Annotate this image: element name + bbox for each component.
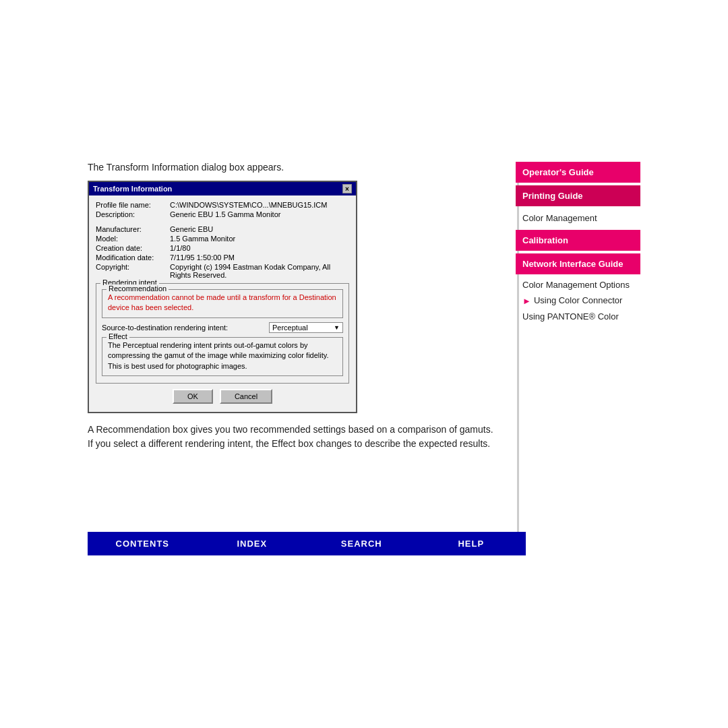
model-label: Model:: [96, 235, 170, 243]
dialog-close-button[interactable]: ×: [342, 184, 352, 193]
profile-filename-value: C:\WINDOWS\SYSTEM\CO...\MNEBUG15.ICM: [170, 201, 327, 209]
description-row: Description: Generic EBU 1.5 Gamma Monit…: [96, 210, 349, 218]
bottom-navigation-bar: Contents Index Search Help: [88, 532, 526, 555]
sidebar-subitem-color-management-options[interactable]: Color Management Options: [516, 277, 640, 293]
page-container: The Transform Information dialog box app…: [0, 0, 728, 728]
manufacturer-row: Manufacturer: Generic EBU: [96, 225, 349, 233]
effect-text: The Perceptual rendering intent prints o…: [108, 340, 337, 371]
recommendation-text: A recommendation cannot be made until a …: [108, 293, 337, 313]
main-content: The Transform Information dialog box app…: [88, 162, 499, 451]
sidebar-item-calibration[interactable]: Calibration: [516, 230, 640, 251]
modification-date-label: Modification date:: [96, 253, 170, 262]
help-button[interactable]: Help: [417, 532, 526, 555]
calibration-label[interactable]: Calibration: [516, 230, 640, 251]
sidebar-item-printing-guide[interactable]: Printing Guide: [516, 185, 640, 206]
modification-date-row: Modification date: 7/11/95 1:50:00 PM: [96, 253, 349, 262]
recommendation-label: Recommendation: [107, 284, 169, 293]
dialog-titlebar: Transform Information ×: [89, 182, 356, 195]
copyright-label: Copyright:: [96, 263, 170, 279]
model-value: 1.5 Gamma Monitor: [170, 235, 235, 243]
using-pantone-color-label: Using PANTONE® Color: [522, 311, 619, 322]
dialog-buttons: OK Cancel: [96, 389, 349, 406]
rendering-intent-row: Source-to-destination rendering intent: …: [102, 322, 343, 333]
search-button[interactable]: Search: [307, 532, 417, 555]
arrow-icon-using-color-connector: ►: [522, 296, 531, 306]
dialog-body: Profile file name: C:\WINDOWS\SYSTEM\CO.…: [89, 195, 356, 412]
ok-button[interactable]: OK: [173, 389, 213, 404]
color-management-label[interactable]: Color Management: [516, 209, 640, 227]
creation-date-row: Creation date: 1/1/80: [96, 244, 349, 252]
profile-filename-row: Profile file name: C:\WINDOWS\SYSTEM\CO.…: [96, 201, 349, 209]
modification-date-value: 7/11/95 1:50:00 PM: [170, 253, 235, 262]
sidebar-item-operators-guide[interactable]: Operator's Guide: [516, 162, 640, 183]
rendering-intent-group: Rendering intent Recommendation A recomm…: [96, 283, 349, 384]
rendering-intent-selected-value: Perceptual: [272, 324, 308, 332]
bottom-paragraph: A Recommendation box gives you two recom…: [88, 423, 499, 451]
sidebar-item-color-management[interactable]: Color Management: [516, 209, 640, 227]
sidebar-subitem-using-color-connector[interactable]: ► Using Color Connector: [516, 293, 640, 309]
creation-date-value: 1/1/80: [170, 244, 191, 252]
creation-date-label: Creation date:: [96, 244, 170, 252]
effect-group-label: Effect: [107, 332, 129, 340]
using-color-connector-label: Using Color Connector: [534, 295, 623, 305]
rendering-intent-dropdown[interactable]: Perceptual ▼: [269, 322, 343, 333]
intro-text: The Transform Information dialog box app…: [88, 162, 499, 173]
copyright-row: Copyright: Copyright (c) 1994 Eastman Ko…: [96, 263, 349, 279]
manufacturer-value: Generic EBU: [170, 225, 213, 233]
operators-guide-label[interactable]: Operator's Guide: [516, 162, 640, 183]
index-button[interactable]: Index: [198, 532, 307, 555]
printing-guide-label[interactable]: Printing Guide: [516, 185, 640, 206]
network-interface-label[interactable]: Network Interface Guide: [516, 253, 640, 274]
copyright-value: Copyright (c) 1994 Eastman Kodak Company…: [170, 263, 349, 279]
dropdown-arrow-icon: ▼: [334, 324, 340, 331]
color-management-options-label: Color Management Options: [522, 280, 630, 290]
profile-filename-label: Profile file name:: [96, 201, 170, 209]
rendering-intent-field-label: Source-to-destination rendering intent:: [102, 324, 269, 332]
transform-dialog: Transform Information × Profile file nam…: [88, 181, 357, 413]
sidebar: Operator's Guide Printing Guide Color Ma…: [516, 162, 640, 324]
sidebar-item-network-interface[interactable]: Network Interface Guide: [516, 253, 640, 274]
manufacturer-label: Manufacturer:: [96, 225, 170, 233]
contents-button[interactable]: Contents: [88, 532, 198, 555]
recommendation-group: Recommendation A recommendation cannot b…: [102, 289, 343, 318]
separator1: [96, 220, 349, 225]
sidebar-subitem-using-pantone-color[interactable]: Using PANTONE® Color: [516, 309, 640, 324]
cancel-button[interactable]: Cancel: [220, 389, 272, 404]
description-value: Generic EBU 1.5 Gamma Monitor: [170, 210, 280, 218]
effect-group: Effect The Perceptual rendering intent p…: [102, 337, 343, 376]
dialog-title: Transform Information: [93, 185, 172, 193]
model-row: Model: 1.5 Gamma Monitor: [96, 235, 349, 243]
description-label: Description:: [96, 210, 170, 218]
